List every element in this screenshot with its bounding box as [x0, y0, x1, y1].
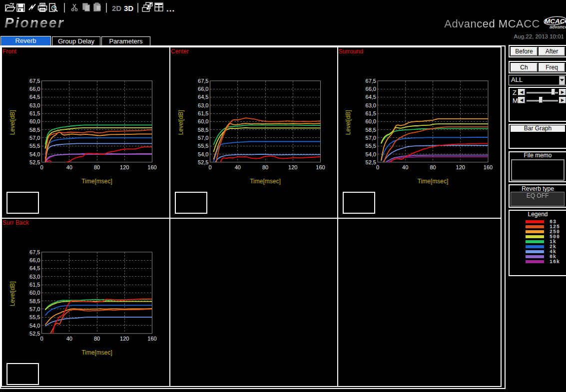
svg-text:60,0: 60,0 [366, 118, 376, 124]
svg-text:63,0: 63,0 [198, 102, 208, 108]
svg-text:60,0: 60,0 [29, 118, 40, 124]
svg-text:66,0: 66,0 [29, 257, 40, 263]
svg-text:52,5: 52,5 [198, 159, 208, 165]
svg-text:Level[dB]: Level[dB] [177, 110, 184, 135]
svg-text:Level[dB]: Level[dB] [345, 110, 352, 135]
svg-text:61,5: 61,5 [198, 110, 208, 116]
svg-text:54,0: 54,0 [29, 323, 40, 329]
svg-text:67,5: 67,5 [198, 78, 208, 84]
svg-text:160: 160 [484, 164, 493, 170]
svg-text:40: 40 [235, 164, 241, 170]
svg-text:Time[msec]: Time[msec] [81, 349, 112, 356]
svg-text:52,5: 52,5 [29, 159, 40, 165]
svg-text:66,0: 66,0 [198, 86, 208, 92]
svg-text:60,0: 60,0 [29, 290, 40, 296]
svg-text:66,0: 66,0 [29, 86, 40, 92]
svg-text:80: 80 [94, 336, 100, 342]
svg-text:Time[msec]: Time[msec] [418, 178, 449, 185]
svg-text:40: 40 [402, 164, 408, 170]
svg-text:0: 0 [208, 164, 211, 170]
svg-text:64,5: 64,5 [29, 265, 40, 271]
svg-text:55,5: 55,5 [198, 143, 208, 149]
svg-text:Level[dB]: Level[dB] [9, 281, 16, 306]
svg-text:0: 0 [376, 164, 379, 170]
svg-text:120: 120 [456, 164, 465, 170]
svg-text:55,5: 55,5 [29, 314, 40, 320]
svg-text:160: 160 [316, 164, 325, 170]
svg-text:67,5: 67,5 [29, 249, 40, 255]
svg-text:63,0: 63,0 [29, 102, 40, 108]
svg-text:80: 80 [94, 164, 100, 170]
svg-text:Time[msec]: Time[msec] [81, 178, 112, 185]
svg-text:160: 160 [147, 164, 156, 170]
svg-text:61,5: 61,5 [29, 110, 40, 116]
svg-text:58,5: 58,5 [29, 298, 40, 304]
svg-text:80: 80 [262, 164, 268, 170]
svg-text:64,5: 64,5 [29, 94, 40, 100]
svg-text:52,5: 52,5 [366, 159, 376, 165]
svg-text:80: 80 [430, 164, 436, 170]
svg-text:63,0: 63,0 [29, 274, 40, 280]
svg-text:0: 0 [40, 336, 43, 342]
svg-text:67,5: 67,5 [366, 78, 376, 84]
svg-text:40: 40 [66, 164, 72, 170]
svg-text:64,5: 64,5 [198, 94, 208, 100]
svg-text:0: 0 [40, 164, 43, 170]
svg-text:61,5: 61,5 [366, 110, 376, 116]
svg-text:Level[dB]: Level[dB] [9, 110, 16, 135]
svg-text:55,5: 55,5 [366, 143, 376, 149]
svg-text:61,5: 61,5 [29, 282, 40, 288]
svg-text:63,0: 63,0 [366, 102, 376, 108]
svg-text:120: 120 [120, 336, 129, 342]
svg-text:58,5: 58,5 [198, 127, 208, 133]
svg-text:67,5: 67,5 [29, 78, 40, 84]
svg-text:52,5: 52,5 [29, 331, 40, 337]
svg-text:58,5: 58,5 [29, 127, 40, 133]
svg-text:40: 40 [66, 336, 72, 342]
svg-text:54,0: 54,0 [366, 151, 376, 157]
svg-text:57,0: 57,0 [29, 135, 40, 141]
svg-text:57,0: 57,0 [29, 306, 40, 312]
svg-text:54,0: 54,0 [29, 151, 40, 157]
svg-text:64,5: 64,5 [366, 94, 376, 100]
svg-text:66,0: 66,0 [366, 86, 376, 92]
svg-text:55,5: 55,5 [29, 143, 40, 149]
svg-text:Time[msec]: Time[msec] [250, 178, 281, 185]
svg-text:120: 120 [120, 164, 129, 170]
svg-text:60,0: 60,0 [198, 118, 208, 124]
svg-text:57,0: 57,0 [366, 135, 376, 141]
svg-text:54,0: 54,0 [198, 151, 208, 157]
svg-text:57,0: 57,0 [198, 135, 208, 141]
svg-text:58,5: 58,5 [366, 127, 376, 133]
svg-text:160: 160 [147, 336, 156, 342]
svg-text:120: 120 [288, 164, 297, 170]
